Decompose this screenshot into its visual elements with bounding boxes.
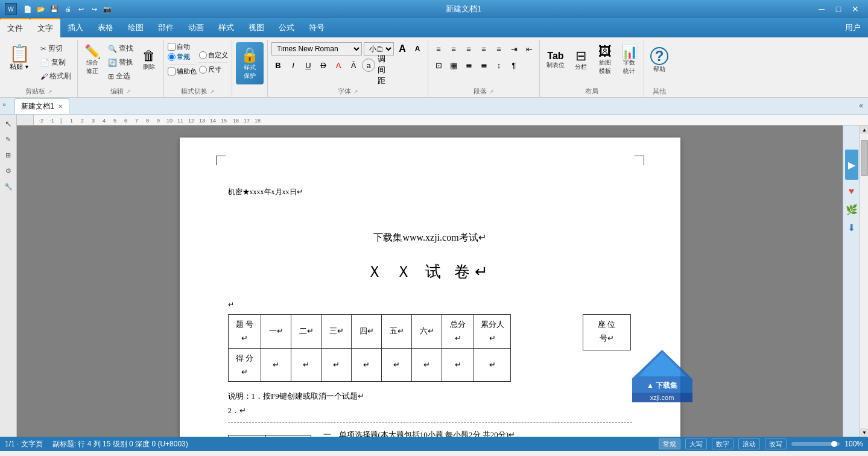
menu-insert[interactable]: 插入: [60, 18, 90, 37]
secret-line[interactable]: 机密★xxxx年x月xx日↵: [228, 186, 303, 199]
insert-image-btn[interactable]: 🖼 插图模板: [594, 42, 616, 78]
select-all-btn[interactable]: ⊞全选: [106, 70, 136, 83]
indent-decrease-btn[interactable]: ⇤: [522, 42, 536, 55]
menu-symbol[interactable]: 符号: [302, 18, 332, 37]
sidebar-cloud-btn[interactable]: ▶: [845, 150, 858, 180]
ruler-radio[interactable]: 尺寸: [199, 65, 228, 74]
th-5[interactable]: 五↵: [382, 314, 412, 348]
open-btn[interactable]: 📂: [35, 3, 47, 15]
assist-color-checkbox[interactable]: 辅助色: [168, 67, 197, 76]
sidebar-layers-btn[interactable]: ⊞: [2, 148, 15, 162]
menu-text[interactable]: 文字: [30, 18, 60, 37]
mode-normal-btn[interactable]: 常规: [659, 439, 680, 449]
custom-input[interactable]: [199, 51, 207, 59]
replace-btn[interactable]: 🔄替换: [106, 56, 136, 69]
format-protect-btn[interactable]: 🔒 样式保护: [236, 42, 264, 84]
undo-btn[interactable]: ↩: [75, 3, 87, 15]
para-style-btn[interactable]: ¶: [507, 59, 521, 72]
paste-btn[interactable]: 📋 粘贴 ▼: [4, 42, 36, 74]
tab-close-btn[interactable]: ✕: [58, 103, 63, 110]
sidebar-download-btn[interactable]: ⬇: [845, 221, 858, 234]
font-name-select[interactable]: Times New Roman: [271, 42, 362, 55]
scroll-down-btn[interactable]: ▼: [860, 428, 868, 437]
th-2[interactable]: 二↵: [291, 314, 322, 348]
align-distributed-btn[interactable]: ≡: [492, 42, 505, 55]
menu-table[interactable]: 表格: [90, 18, 121, 37]
mode-scroll-btn[interactable]: 滚动: [738, 439, 760, 449]
zoom-slider[interactable]: [791, 442, 840, 446]
clipboard-expand-icon[interactable]: ↗: [48, 89, 52, 95]
section-instruction[interactable]: 一、单项选择题(本大题包括10小题,每小题2分,共20分)↵: [323, 428, 632, 437]
delete-btn[interactable]: 🗑 删除: [138, 42, 160, 78]
para-border-btn[interactable]: ⊡: [432, 59, 445, 72]
para-mark1[interactable]: ↵: [228, 299, 632, 312]
letter-spacing-btn[interactable]: □调间距: [377, 59, 390, 72]
note-2[interactable]: 2．↵: [228, 404, 632, 417]
th-4[interactable]: 四↵: [352, 314, 382, 348]
new-doc-btn[interactable]: 📄: [22, 3, 34, 15]
td-s2[interactable]: ↵: [291, 348, 322, 382]
td-s3[interactable]: ↵: [322, 348, 352, 382]
menu-parts[interactable]: 部件: [151, 18, 181, 37]
font-shrink-btn[interactable]: A: [411, 42, 424, 55]
sidebar-settings-btn[interactable]: 🔧: [2, 180, 15, 193]
comprehensive-edit-btn[interactable]: ✏️ 综合修正: [81, 42, 103, 78]
ruler-input[interactable]: [199, 66, 207, 74]
word-count-btn[interactable]: 📊 字数统计: [618, 42, 640, 78]
copy-btn[interactable]: 📄 复制: [38, 56, 74, 69]
td-s6[interactable]: ↵: [412, 348, 442, 382]
find-btn[interactable]: 🔍查找: [106, 42, 136, 55]
mode-num-btn[interactable]: 数字: [712, 439, 733, 449]
menu-style[interactable]: 样式: [211, 18, 241, 37]
tab-expand-btn[interactable]: «: [859, 101, 863, 110]
list-btn[interactable]: ≣: [462, 59, 475, 72]
document-area[interactable]: 机密★xxxx年x月xx日↵ 下载集www.xzji.com考试↵ Ｘ Ｘ 试 …: [17, 125, 843, 437]
td-s5[interactable]: ↵: [382, 348, 412, 382]
menu-draw[interactable]: 绘图: [121, 18, 151, 37]
sidebar-tools-btn[interactable]: ⚙: [2, 164, 15, 177]
th-1[interactable]: 一↵: [261, 314, 291, 348]
format-brush-btn[interactable]: 🖌 格式刷: [38, 70, 74, 83]
paragraph-expand-icon[interactable]: ↗: [489, 89, 494, 95]
auto-input[interactable]: [168, 43, 176, 51]
th-3[interactable]: 三↵: [322, 314, 352, 348]
font-expand-icon[interactable]: ↗: [353, 89, 358, 95]
scroll-track[interactable]: [860, 134, 868, 428]
custom-radio[interactable]: 自定义: [199, 51, 228, 60]
mode-overwrite-btn[interactable]: 改写: [765, 439, 787, 449]
sidebar-leaf-btn[interactable]: 🌿: [845, 203, 858, 216]
document-content[interactable]: 机密★xxxx年x月xx日↵ 下载集www.xzji.com考试↵ Ｘ Ｘ 试 …: [228, 174, 632, 437]
menu-view[interactable]: 视图: [241, 18, 271, 37]
zoom-thumb[interactable]: [831, 441, 837, 447]
tab-stop-btn[interactable]: Tab 制表位: [543, 42, 568, 78]
td-s4[interactable]: ↵: [352, 348, 382, 382]
split-col-btn[interactable]: ⊟ 分栏: [570, 42, 592, 78]
th-accumulator[interactable]: 累分人↵: [474, 314, 511, 348]
font-grow-btn[interactable]: A: [396, 42, 409, 55]
underline-btn[interactable]: U: [302, 59, 315, 72]
doc-subtitle[interactable]: 下载集www.xzji.com考试↵: [228, 229, 632, 247]
th-question[interactable]: 题 号↵: [228, 314, 261, 348]
bold-btn[interactable]: B: [271, 59, 285, 72]
num-list-btn[interactable]: ≣: [477, 59, 490, 72]
th-6[interactable]: 六↵: [412, 314, 442, 348]
minimize-btn[interactable]: ─: [814, 3, 829, 15]
td-sa[interactable]: ↵: [474, 348, 511, 382]
seat-number-box[interactable]: 座 位号↵: [583, 314, 631, 350]
align-right-btn[interactable]: ≡: [462, 42, 475, 55]
edit-expand-icon[interactable]: ↗: [126, 89, 131, 95]
help-btn[interactable]: ? 帮助: [648, 42, 671, 78]
td-score-label[interactable]: 得 分↵: [228, 348, 261, 382]
italic-btn[interactable]: I: [287, 59, 300, 72]
font-circle-btn[interactable]: a: [362, 59, 375, 72]
th-total[interactable]: 总分↵: [442, 314, 474, 348]
doc-main-title[interactable]: Ｘ Ｘ 试 卷↵: [228, 258, 632, 287]
maximize-btn[interactable]: □: [831, 3, 846, 15]
tab-collapse-btn[interactable]: »: [2, 101, 6, 108]
print-btn[interactable]: 🖨: [62, 3, 74, 15]
font-color-btn[interactable]: A: [332, 59, 345, 72]
sidebar-cursor-btn[interactable]: ↖: [2, 117, 15, 130]
redo-btn[interactable]: ↪: [88, 3, 100, 15]
sidebar-edit-btn[interactable]: ✎: [2, 133, 15, 146]
screenshot-btn[interactable]: 📷: [101, 3, 113, 15]
